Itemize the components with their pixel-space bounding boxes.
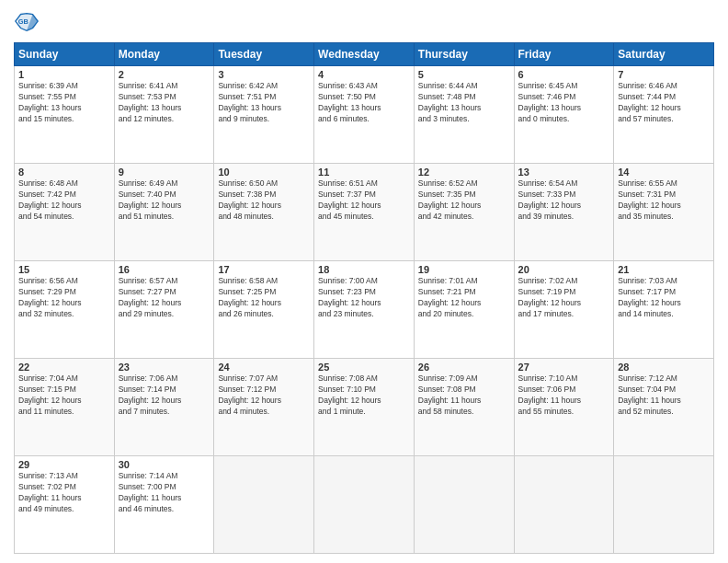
day-info: Sunrise: 6:39 AMSunset: 7:55 PMDaylight:… (18, 81, 110, 125)
day-number: 30 (119, 459, 210, 470)
day-number: 23 (119, 362, 210, 373)
day-info: Sunrise: 7:12 AMSunset: 7:04 PMDaylight:… (618, 373, 710, 418)
calendar-cell: 23Sunrise: 7:06 AMSunset: 7:14 PMDayligh… (114, 359, 214, 456)
calendar-row-1: 1Sunrise: 6:39 AMSunset: 7:55 PMDaylight… (15, 66, 714, 164)
day-info: Sunrise: 7:09 AMSunset: 7:08 PMDaylight:… (418, 373, 510, 418)
calendar-cell: 16Sunrise: 6:57 AMSunset: 7:27 PMDayligh… (114, 261, 214, 359)
logo-icon: GB (14, 9, 40, 35)
day-info: Sunrise: 7:08 AMSunset: 7:10 PMDaylight:… (318, 373, 410, 418)
day-number: 6 (518, 69, 610, 80)
calendar-cell (314, 456, 415, 554)
day-info: Sunrise: 6:52 AMSunset: 7:35 PMDaylight:… (418, 178, 510, 223)
day-info: Sunrise: 7:13 AMSunset: 7:02 PMDaylight:… (18, 471, 110, 515)
day-number: 20 (518, 264, 610, 275)
day-info: Sunrise: 7:03 AMSunset: 7:17 PMDaylight:… (618, 276, 710, 320)
day-info: Sunrise: 6:50 AMSunset: 7:38 PMDaylight:… (218, 178, 310, 223)
day-number: 11 (318, 167, 410, 178)
svg-text:GB: GB (18, 17, 29, 26)
calendar-cell: 21Sunrise: 7:03 AMSunset: 7:17 PMDayligh… (614, 261, 714, 359)
calendar-cell: 20Sunrise: 7:02 AMSunset: 7:19 PMDayligh… (514, 261, 614, 359)
day-info: Sunrise: 6:55 AMSunset: 7:31 PMDaylight:… (618, 178, 710, 223)
calendar-cell: 15Sunrise: 6:56 AMSunset: 7:29 PMDayligh… (15, 261, 115, 359)
day-info: Sunrise: 6:46 AMSunset: 7:44 PMDaylight:… (618, 81, 710, 125)
day-number: 25 (318, 362, 410, 373)
day-info: Sunrise: 6:44 AMSunset: 7:48 PMDaylight:… (418, 81, 510, 125)
calendar-cell: 9Sunrise: 6:49 AMSunset: 7:40 PMDaylight… (114, 164, 214, 261)
calendar-table: SundayMondayTuesdayWednesdayThursdayFrid… (14, 42, 714, 554)
page: GB SundayMondayTuesdayWednesdayThursdayF… (0, 0, 728, 563)
calendar-cell: 10Sunrise: 6:50 AMSunset: 7:38 PMDayligh… (214, 164, 314, 261)
day-number: 13 (518, 167, 610, 178)
calendar-cell (214, 456, 314, 554)
calendar-cell (614, 456, 714, 554)
day-number: 26 (418, 362, 510, 373)
calendar-cell: 17Sunrise: 6:58 AMSunset: 7:25 PMDayligh… (214, 261, 314, 359)
day-number: 3 (218, 69, 310, 80)
logo: GB (14, 9, 43, 35)
column-header-thursday: Thursday (414, 43, 514, 66)
day-info: Sunrise: 6:42 AMSunset: 7:51 PMDaylight:… (218, 81, 310, 125)
calendar-cell: 29Sunrise: 7:13 AMSunset: 7:02 PMDayligh… (15, 456, 115, 554)
day-info: Sunrise: 6:49 AMSunset: 7:40 PMDaylight:… (119, 178, 210, 223)
day-number: 24 (218, 362, 310, 373)
calendar-row-3: 15Sunrise: 6:56 AMSunset: 7:29 PMDayligh… (15, 261, 714, 359)
day-info: Sunrise: 7:10 AMSunset: 7:06 PMDaylight:… (518, 373, 610, 418)
calendar-cell: 27Sunrise: 7:10 AMSunset: 7:06 PMDayligh… (514, 359, 614, 456)
calendar-cell: 14Sunrise: 6:55 AMSunset: 7:31 PMDayligh… (614, 164, 714, 261)
day-info: Sunrise: 6:41 AMSunset: 7:53 PMDaylight:… (119, 81, 210, 125)
day-info: Sunrise: 6:57 AMSunset: 7:27 PMDaylight:… (119, 276, 210, 320)
calendar-cell: 1Sunrise: 6:39 AMSunset: 7:55 PMDaylight… (15, 66, 115, 164)
calendar-cell: 19Sunrise: 7:01 AMSunset: 7:21 PMDayligh… (414, 261, 514, 359)
calendar-cell (514, 456, 614, 554)
day-number: 7 (618, 69, 710, 80)
day-number: 14 (618, 167, 710, 178)
calendar-row-4: 22Sunrise: 7:04 AMSunset: 7:15 PMDayligh… (15, 359, 714, 456)
calendar-cell: 12Sunrise: 6:52 AMSunset: 7:35 PMDayligh… (414, 164, 514, 261)
day-info: Sunrise: 7:14 AMSunset: 7:00 PMDaylight:… (119, 471, 210, 515)
calendar-cell: 6Sunrise: 6:45 AMSunset: 7:46 PMDaylight… (514, 66, 614, 164)
day-number: 28 (618, 362, 710, 373)
day-info: Sunrise: 7:01 AMSunset: 7:21 PMDaylight:… (418, 276, 510, 320)
day-number: 12 (418, 167, 510, 178)
day-info: Sunrise: 7:07 AMSunset: 7:12 PMDaylight:… (218, 373, 310, 418)
day-number: 10 (218, 167, 310, 178)
day-number: 22 (18, 362, 110, 373)
calendar-cell: 11Sunrise: 6:51 AMSunset: 7:37 PMDayligh… (314, 164, 415, 261)
calendar-header-row: SundayMondayTuesdayWednesdayThursdayFrid… (15, 43, 714, 66)
day-info: Sunrise: 6:56 AMSunset: 7:29 PMDaylight:… (18, 276, 110, 320)
calendar-cell: 8Sunrise: 6:48 AMSunset: 7:42 PMDaylight… (15, 164, 115, 261)
day-number: 18 (318, 264, 410, 275)
day-number: 1 (18, 69, 110, 80)
day-info: Sunrise: 7:06 AMSunset: 7:14 PMDaylight:… (119, 373, 210, 418)
calendar-cell: 26Sunrise: 7:09 AMSunset: 7:08 PMDayligh… (414, 359, 514, 456)
day-info: Sunrise: 7:02 AMSunset: 7:19 PMDaylight:… (518, 276, 610, 320)
column-header-wednesday: Wednesday (314, 43, 415, 66)
calendar-cell: 7Sunrise: 6:46 AMSunset: 7:44 PMDaylight… (614, 66, 714, 164)
day-info: Sunrise: 6:51 AMSunset: 7:37 PMDaylight:… (318, 178, 410, 223)
calendar-cell: 4Sunrise: 6:43 AMSunset: 7:50 PMDaylight… (314, 66, 415, 164)
calendar-cell: 3Sunrise: 6:42 AMSunset: 7:51 PMDaylight… (214, 66, 314, 164)
day-number: 8 (18, 167, 110, 178)
calendar-cell: 18Sunrise: 7:00 AMSunset: 7:23 PMDayligh… (314, 261, 415, 359)
day-info: Sunrise: 6:45 AMSunset: 7:46 PMDaylight:… (518, 81, 610, 125)
day-number: 2 (119, 69, 210, 80)
calendar-cell (414, 456, 514, 554)
day-info: Sunrise: 6:48 AMSunset: 7:42 PMDaylight:… (18, 178, 110, 223)
day-number: 17 (218, 264, 310, 275)
column-header-sunday: Sunday (15, 43, 115, 66)
calendar-cell: 13Sunrise: 6:54 AMSunset: 7:33 PMDayligh… (514, 164, 614, 261)
column-header-monday: Monday (114, 43, 214, 66)
day-info: Sunrise: 6:43 AMSunset: 7:50 PMDaylight:… (318, 81, 410, 125)
calendar-cell: 30Sunrise: 7:14 AMSunset: 7:00 PMDayligh… (114, 456, 214, 554)
day-number: 15 (18, 264, 110, 275)
calendar-row-2: 8Sunrise: 6:48 AMSunset: 7:42 PMDaylight… (15, 164, 714, 261)
column-header-friday: Friday (514, 43, 614, 66)
header: GB (14, 9, 714, 35)
day-number: 9 (119, 167, 210, 178)
day-number: 5 (418, 69, 510, 80)
day-info: Sunrise: 7:04 AMSunset: 7:15 PMDaylight:… (18, 373, 110, 418)
calendar-cell: 2Sunrise: 6:41 AMSunset: 7:53 PMDaylight… (114, 66, 214, 164)
column-header-tuesday: Tuesday (214, 43, 314, 66)
day-number: 19 (418, 264, 510, 275)
calendar-row-5: 29Sunrise: 7:13 AMSunset: 7:02 PMDayligh… (15, 456, 714, 554)
